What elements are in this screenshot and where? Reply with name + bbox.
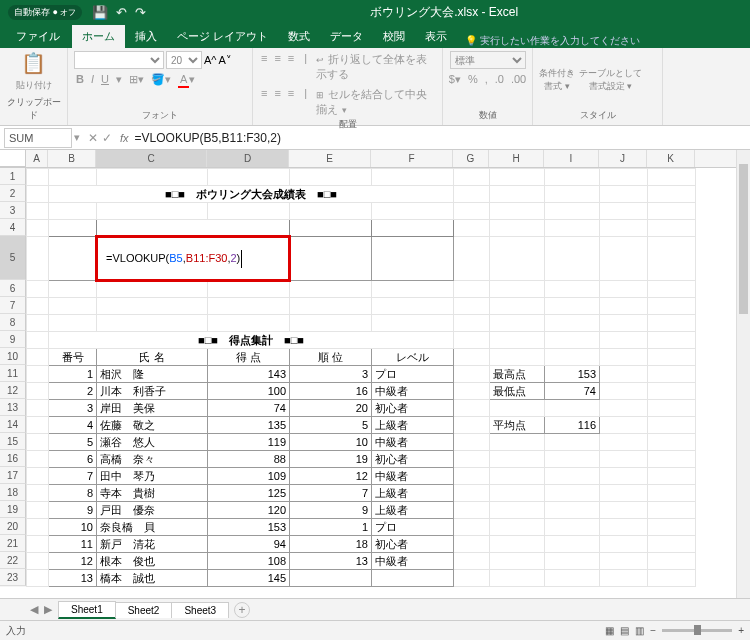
sheet-tab-3[interactable]: Sheet3: [171, 602, 229, 618]
font-style-row: B I U ▾ ⊞▾ 🪣▾ A▾: [74, 72, 197, 87]
fill-color-button[interactable]: 🪣▾: [149, 72, 173, 87]
sheet-nav-next[interactable]: ▶: [44, 603, 52, 616]
table-row: 5瀬谷 悠人11910中級者: [27, 434, 696, 451]
align-mid-icon[interactable]: ≡: [272, 51, 282, 83]
ribbon-tabs: ファイル ホーム 挿入 ページ レイアウト 数式 データ 校閲 表示 実行したい…: [0, 24, 750, 48]
name-box[interactable]: [4, 128, 72, 148]
tab-home[interactable]: ホーム: [72, 25, 125, 48]
col-header[interactable]: G: [453, 150, 489, 167]
cancel-icon[interactable]: ✕: [88, 131, 98, 145]
tab-pagelayout[interactable]: ページ レイアウト: [167, 25, 278, 48]
font-name-select[interactable]: [74, 51, 164, 69]
col-header[interactable]: H: [489, 150, 544, 167]
tab-formulas[interactable]: 数式: [278, 25, 320, 48]
sheet-tab-1[interactable]: Sheet1: [58, 601, 116, 619]
save-icon[interactable]: 💾: [92, 5, 108, 20]
table-row: 8寺本 貴樹1257上級者: [27, 485, 696, 502]
hdr-rank: 順 位: [290, 220, 372, 237]
dec-dec-icon[interactable]: .00: [509, 72, 528, 87]
grow-font-icon[interactable]: A^: [204, 54, 217, 66]
comma-icon[interactable]: ,: [483, 72, 490, 87]
table-row: 1相沢 隆1433プロ最高点153: [27, 366, 696, 383]
col-header[interactable]: E: [289, 150, 371, 167]
view-normal-icon[interactable]: ▦: [605, 625, 614, 636]
font-size-select[interactable]: 20: [166, 51, 202, 69]
formula-text[interactable]: =VLOOKUP(B5,B11:F30,2): [135, 131, 281, 145]
worksheet-grid[interactable]: A B C D E F G H I J K 1234 5 678910 1112…: [0, 150, 750, 598]
paste-icon[interactable]: 📋: [21, 51, 46, 75]
tab-data[interactable]: データ: [320, 25, 373, 48]
paste-button[interactable]: 貼り付け: [16, 79, 52, 92]
col-header[interactable]: I: [544, 150, 599, 167]
tab-view[interactable]: 表示: [415, 25, 457, 48]
hdr2-level: レベル: [372, 349, 454, 366]
add-sheet-button[interactable]: +: [234, 602, 250, 618]
cond-format-button[interactable]: 条件付き 書式 ▾: [539, 67, 575, 93]
table-row: 4佐藤 敬之1355上級者平均点116: [27, 417, 696, 434]
col-header[interactable]: J: [599, 150, 647, 167]
zoom-slider[interactable]: [662, 629, 732, 632]
align-top-icon[interactable]: ≡: [259, 51, 269, 83]
col-header[interactable]: B: [48, 150, 96, 167]
wrap-text-button[interactable]: ↩ 折り返して全体を表示する: [314, 51, 436, 83]
cell-B5[interactable]: [49, 237, 97, 281]
italic-button[interactable]: I: [89, 72, 96, 87]
title-row2: ■□■ 得点集計 ■□■: [49, 332, 454, 349]
view-break-icon[interactable]: ▥: [635, 625, 644, 636]
currency-icon[interactable]: $▾: [447, 72, 463, 87]
number-format-select[interactable]: 標準: [450, 51, 526, 69]
group-styles: スタイル: [539, 109, 656, 122]
enter-icon[interactable]: ✓: [102, 131, 112, 145]
hdr-bangou: 番号: [49, 220, 97, 237]
redo-icon[interactable]: ↷: [135, 5, 146, 20]
sheet-tab-2[interactable]: Sheet2: [115, 602, 173, 618]
merge-center-button[interactable]: ⊞ セルを結合して中央揃え ▾: [314, 86, 436, 118]
select-all-corner[interactable]: [0, 150, 26, 167]
border-button[interactable]: ⊞▾: [127, 72, 146, 87]
font-color-button[interactable]: A▾: [176, 72, 197, 87]
shrink-font-icon[interactable]: A˅: [219, 54, 232, 67]
status-mode: 入力: [6, 624, 26, 638]
autosave-toggle[interactable]: 自動保存 ● オフ: [8, 5, 82, 20]
tab-file[interactable]: ファイル: [4, 25, 72, 48]
align-left-icon[interactable]: ≡: [259, 86, 269, 118]
col-header[interactable]: A: [26, 150, 48, 167]
active-cell-formula[interactable]: =VLOOKUP(B5,B11:F30,2): [97, 237, 290, 281]
col-header[interactable]: C: [96, 150, 207, 167]
row-headers: 1234 5 678910 1112131415 1617181920 2122…: [0, 168, 26, 587]
quick-access-toolbar: 💾 ↶ ↷: [92, 5, 146, 20]
align-center-icon[interactable]: ≡: [272, 86, 282, 118]
table-row: 3岸田 美保7420初心者: [27, 400, 696, 417]
hdr-name: 氏 名: [97, 220, 290, 237]
table-format-button[interactable]: テーブルとして 書式設定 ▾: [579, 67, 642, 93]
sheet-nav-prev[interactable]: ◀: [30, 603, 38, 616]
tab-review[interactable]: 校閲: [373, 25, 415, 48]
tell-me[interactable]: 実行したい作業を入力してください: [465, 34, 640, 48]
hdr2-bangou: 番号: [49, 349, 97, 366]
underline-button[interactable]: U: [99, 72, 111, 87]
view-page-icon[interactable]: ▤: [620, 625, 629, 636]
undo-icon[interactable]: ↶: [116, 5, 127, 20]
vertical-scrollbar[interactable]: [736, 150, 750, 598]
cell-F5[interactable]: [372, 237, 454, 281]
percent-icon[interactable]: %: [466, 72, 480, 87]
group-font: フォント: [74, 109, 246, 122]
align-right-icon[interactable]: ≡: [286, 86, 296, 118]
table-row: 12根本 俊也10813中級者: [27, 553, 696, 570]
sheet-tabs: ◀ ▶ Sheet1 Sheet2 Sheet3 +: [0, 598, 750, 620]
titlebar: 自動保存 ● オフ 💾 ↶ ↷ ボウリング大会.xlsx - Excel: [0, 0, 750, 24]
cell-E5[interactable]: [290, 237, 372, 281]
col-header[interactable]: F: [371, 150, 453, 167]
col-header[interactable]: K: [647, 150, 695, 167]
ribbon: 📋 貼り付け クリップボード 20 A^ A˅ B I U ▾ ⊞▾ 🪣▾ A▾…: [0, 48, 750, 126]
namebox-dropdown-icon[interactable]: ▾: [74, 131, 80, 144]
table-row: 10奈良橋 貝1531プロ: [27, 519, 696, 536]
align-bot-icon[interactable]: ≡: [286, 51, 296, 83]
col-header[interactable]: D: [207, 150, 289, 167]
inc-dec-icon[interactable]: .0: [493, 72, 506, 87]
zoom-out-icon[interactable]: −: [650, 625, 656, 636]
tab-insert[interactable]: 挿入: [125, 25, 167, 48]
fx-icon[interactable]: fx: [120, 132, 129, 144]
zoom-in-icon[interactable]: +: [738, 625, 744, 636]
bold-button[interactable]: B: [74, 72, 86, 87]
